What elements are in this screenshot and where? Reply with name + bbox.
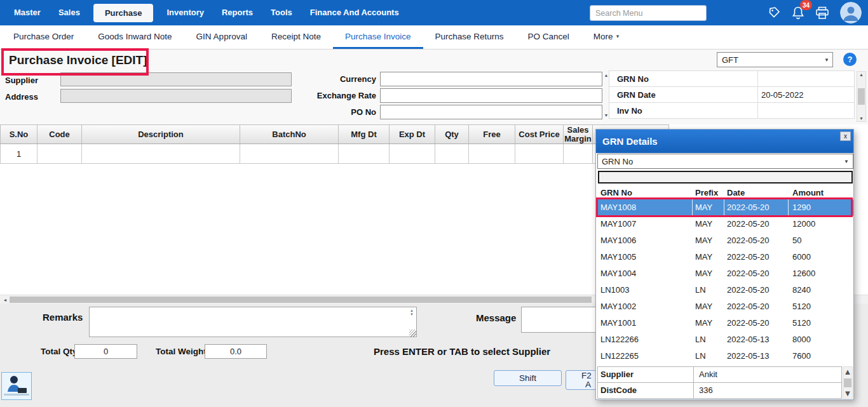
tab-purchase-returns[interactable]: Purchase Returns — [423, 25, 516, 49]
avatar[interactable] — [840, 2, 862, 23]
grn-no-value[interactable] — [757, 70, 855, 87]
right-scrollbar[interactable]: ▲ ▼ — [857, 71, 866, 122]
grn-search-input[interactable] — [598, 171, 853, 183]
cell-batchno[interactable] — [240, 144, 339, 164]
grn-date-value[interactable]: 20-05-2022 — [757, 86, 855, 103]
popup-supplier-value: Ankit — [694, 366, 842, 383]
grn-row[interactable]: LN122266LN2022-05-138000 — [597, 331, 853, 348]
shift-button[interactable]: Shift — [494, 370, 562, 386]
grn-rows: MAY1008MAY2022-05-201290 MAY1007MAY2022-… — [597, 199, 853, 364]
company-select[interactable]: GFT ▼ — [717, 52, 833, 67]
resize-grip-icon[interactable] — [409, 330, 416, 337]
supplier-field[interactable] — [60, 72, 292, 86]
scrollbar-thumb[interactable] — [844, 378, 851, 387]
tab-purchase-invoice[interactable]: Purchase Invoice — [333, 25, 423, 49]
scroll-up-icon[interactable]: ▲ — [844, 367, 852, 377]
total-weight-label: Total Weight — [156, 347, 207, 356]
supplier-label: Supplier — [5, 76, 38, 85]
popup-distcode-row: DistCode 336 — [597, 382, 842, 399]
col-batchno: BatchNo — [240, 125, 339, 143]
cell-cost-price[interactable] — [515, 144, 564, 164]
printer-icon[interactable] — [815, 6, 829, 20]
exchange-rate-field[interactable] — [380, 88, 602, 103]
grn-row[interactable]: MAY1002MAY2022-05-205120 — [597, 298, 853, 315]
grn-filter-select[interactable]: GRN No ▼ — [597, 154, 853, 169]
bell-icon[interactable]: 34 — [792, 6, 804, 20]
menu-finance-and-accounts[interactable]: Finance And Accounts — [301, 0, 408, 25]
tab-receipt-note[interactable]: Receipt Note — [259, 25, 333, 49]
tab-purchase-order[interactable]: Purchase Order — [1, 25, 86, 49]
total-qty-value: 0 — [74, 344, 137, 359]
menu-tools[interactable]: Tools — [262, 0, 301, 25]
scroll-down-icon[interactable]: ▼ — [859, 116, 864, 121]
tab-label: Goods Inward Note — [98, 32, 172, 41]
scroll-down-icon[interactable]: ▼ — [604, 112, 609, 118]
scroll-up-icon[interactable]: ▲ — [604, 72, 609, 78]
cell-description[interactable] — [82, 144, 240, 164]
cell-sno[interactable]: 1 — [1, 144, 37, 164]
tab-more[interactable]: More▾ — [581, 25, 631, 49]
cell-exp-dt[interactable] — [390, 144, 435, 164]
popup-title: GRN Details — [602, 136, 658, 147]
grn-row[interactable]: LN1003LN2022-05-208240 — [597, 282, 853, 298]
menu-purchase[interactable]: Purchase — [93, 4, 154, 22]
supplier-hint-text: Press ENTER or TAB to select Supplier — [374, 346, 550, 357]
grn-row[interactable]: MAY1007MAY2022-05-2012000 — [597, 216, 853, 232]
po-no-field[interactable] — [380, 105, 602, 119]
tab-goods-inward-note[interactable]: Goods Inward Note — [86, 25, 184, 49]
spinner-icons[interactable]: ▲▼ — [410, 309, 414, 316]
menu-sales[interactable]: Sales — [50, 0, 89, 25]
scroll-up-icon[interactable]: ▲ — [859, 72, 864, 77]
menu-master[interactable]: Master — [5, 0, 50, 25]
chevron-down-icon: ▾ — [616, 33, 620, 39]
cell-code[interactable] — [37, 144, 82, 164]
grn-row[interactable]: MAY1006MAY2022-05-2050 — [597, 232, 853, 249]
scroll-down-icon[interactable]: ▼ — [844, 389, 852, 398]
popup-supplier-row: Supplier Ankit — [597, 366, 842, 383]
tab-label: Purchase Order — [13, 32, 74, 41]
menu-inventory[interactable]: Inventory — [158, 0, 213, 25]
grn-col-grnno: GRN No — [597, 188, 693, 197]
inv-no-value[interactable] — [757, 102, 855, 119]
menu-reports[interactable]: Reports — [213, 0, 262, 25]
grn-table-header: GRN No Prefix Date Amount — [597, 186, 851, 199]
f2-button-line1: F2 — [581, 371, 592, 380]
nav-icon-group: 34 — [767, 0, 862, 25]
grn-row[interactable]: LN122265LN2022-05-137600 — [597, 348, 853, 364]
popup-scrollbar[interactable]: ▲ ▼ — [843, 366, 853, 399]
popup-header[interactable]: GRN Details — [596, 130, 853, 153]
cell-free[interactable] — [469, 144, 515, 164]
remarks-textarea[interactable] — [89, 307, 417, 337]
grn-col-date: Date — [724, 188, 789, 197]
grn-row[interactable]: MAY1004MAY2022-05-2012600 — [597, 265, 853, 282]
main-menu: Master Sales Purchase Inventory Reports … — [0, 0, 868, 25]
grn-date-label: GRN Date — [609, 86, 757, 103]
scrollbar-thumb[interactable] — [10, 297, 592, 303]
col-mfg-dt: Mfg Dt — [339, 125, 390, 143]
purchase-tabbar: Purchase Order Goods Inward Note GIN App… — [0, 25, 868, 50]
currency-field[interactable] — [380, 72, 602, 86]
col-description: Description — [82, 125, 240, 143]
cell-sales-margin[interactable] — [564, 144, 593, 164]
grn-row[interactable]: MAY1005MAY2022-05-206000 — [597, 249, 853, 265]
tab-label: PO Cancel — [528, 32, 569, 41]
scrollbar-thumb[interactable] — [858, 88, 865, 105]
tab-gin-approval[interactable]: GIN Approval — [184, 25, 259, 49]
popup-distcode-label: DistCode — [597, 382, 694, 399]
grn-row[interactable]: MAY1001MAY2022-05-205120 — [597, 315, 853, 331]
support-logo[interactable] — [1, 372, 32, 400]
address-field[interactable] — [60, 89, 292, 103]
tags-icon[interactable] — [767, 6, 781, 20]
cell-qty[interactable] — [435, 144, 469, 164]
tab-po-cancel[interactable]: PO Cancel — [516, 25, 581, 49]
cell-mfg-dt[interactable] — [339, 144, 390, 164]
items-table-row[interactable]: 1 — [0, 144, 669, 164]
search-input[interactable] — [590, 5, 707, 21]
help-icon[interactable]: ? — [843, 53, 857, 66]
grn-details-popup: GRN Details x GRN No ▼ GRN No Prefix Dat… — [595, 129, 854, 400]
scroll-left-icon[interactable]: ◄ — [1, 295, 9, 304]
remarks-label: Remarks — [43, 312, 83, 323]
close-icon[interactable]: x — [840, 131, 851, 141]
grn-fields: GRN No GRN Date 20-05-2022 Inv No — [609, 71, 855, 119]
grn-row-selected[interactable]: MAY1008MAY2022-05-201290 — [597, 199, 853, 216]
